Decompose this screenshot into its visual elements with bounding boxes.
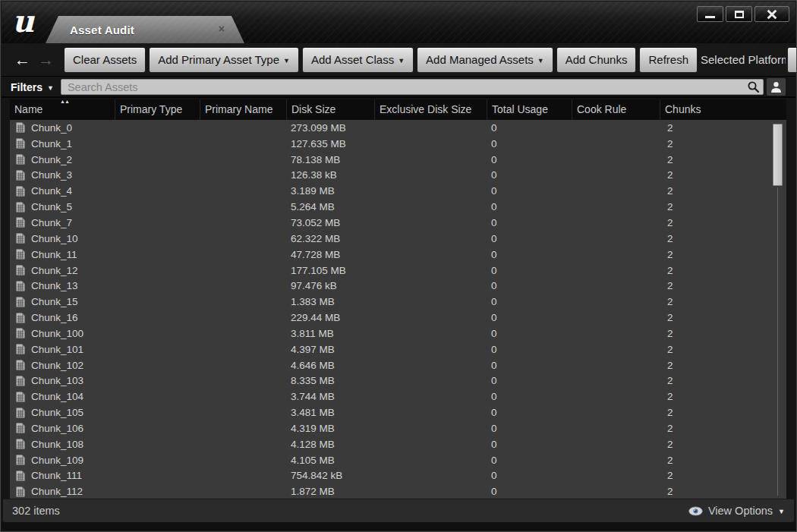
table-row[interactable]: Chunk_0 273.099 MB 0 2	[10, 120, 786, 136]
asset-name: Chunk_1	[31, 138, 72, 150]
search-input[interactable]	[61, 79, 764, 95]
table-row[interactable]: Chunk_3 126.38 kB 0 2	[10, 168, 786, 184]
asset-name: Chunk_0	[31, 122, 72, 134]
unreal-engine-logo-icon: u	[12, 3, 34, 39]
user-filter-button[interactable]	[767, 78, 786, 96]
filter-bar: Filters ▼	[2, 77, 795, 98]
header-total-usage[interactable]: Total Usage	[487, 99, 572, 120]
total-usage-value: 0	[487, 296, 572, 307]
asset-data-table-icon	[16, 439, 25, 449]
asset-data-table-icon	[16, 471, 25, 481]
header-chunks[interactable]: Chunks	[660, 99, 786, 120]
asset-name: Chunk_111	[31, 470, 82, 481]
table-row[interactable]: Chunk_13 97.476 kB 0 2	[10, 278, 786, 294]
table-row[interactable]: Chunk_109 4.105 MB 0 2	[10, 452, 786, 468]
asset-table: Name Primary Type Primary Name Disk Size…	[10, 99, 786, 499]
person-icon	[770, 81, 782, 93]
asset-table-body: Chunk_0 273.099 MB 0 2 Chunk_1 127.	[10, 120, 786, 500]
header-disk-size[interactable]: Disk Size	[286, 99, 374, 120]
table-row[interactable]: Chunk_112 1.872 MB 0 2	[10, 483, 786, 499]
total-usage-value: 0	[487, 201, 572, 212]
asset-name: Chunk_100	[31, 328, 83, 339]
asset-data-table-icon	[16, 297, 25, 307]
add-primary-asset-type-dropdown[interactable]: Add Primary Asset Type▼	[149, 47, 299, 73]
filters-dropdown[interactable]: Filters ▼	[11, 81, 54, 93]
table-row[interactable]: Chunk_10 62.322 MB 0 2	[10, 231, 786, 247]
chunks-value: 2	[660, 138, 786, 150]
refresh-button[interactable]: Refresh	[639, 47, 698, 73]
maximize-button[interactable]	[726, 6, 752, 22]
table-row[interactable]: Chunk_100 3.811 MB 0 2	[10, 326, 786, 342]
disk-size-value: 73.052 MB	[286, 217, 374, 228]
eye-icon	[688, 506, 703, 516]
total-usage-value: 0	[487, 407, 572, 418]
close-button[interactable]	[754, 6, 789, 22]
table-row[interactable]: Chunk_2 78.138 MB 0 2	[10, 152, 786, 168]
view-options-dropdown[interactable]: View Options ▼	[688, 505, 785, 517]
table-row[interactable]: Chunk_103 8.335 MB 0 2	[10, 373, 786, 389]
table-row[interactable]: Chunk_15 1.383 MB 0 2	[10, 294, 786, 310]
table-row[interactable]: Chunk_106 4.319 MB 0 2	[10, 420, 786, 436]
table-row[interactable]: Chunk_16 229.44 MB 0 2	[10, 310, 786, 326]
total-usage-value: 0	[487, 328, 572, 339]
disk-size-value: 8.335 MB	[286, 375, 374, 386]
asset-data-table-icon	[16, 313, 25, 323]
tab-close-icon[interactable]: ×	[219, 23, 225, 35]
table-row[interactable]: Chunk_5 5.264 MB 0 2	[10, 199, 786, 215]
chevron-down-icon: ▼	[283, 57, 290, 65]
table-row[interactable]: Chunk_102 4.646 MB 0 2	[10, 357, 786, 373]
asset-data-table-icon	[16, 360, 25, 370]
total-usage-value: 0	[487, 344, 572, 355]
asset-data-table-icon	[16, 265, 25, 275]
asset-data-table-icon	[16, 122, 25, 133]
table-row[interactable]: Chunk_4 3.189 MB 0 2	[10, 183, 786, 199]
scrollbar-track	[777, 187, 778, 496]
asset-data-table-icon	[16, 249, 25, 260]
toolbar: ← → Clear Assets Add Primary Asset Type▼…	[2, 43, 795, 77]
disk-size-value: 4.397 MB	[286, 344, 374, 355]
total-usage-value: 0	[487, 423, 572, 434]
back-button[interactable]: ←	[11, 52, 34, 68]
tab-asset-audit[interactable]: Asset Audit ×	[46, 16, 244, 43]
asset-data-table-icon	[16, 423, 25, 433]
disk-size-value: 126.38 kB	[286, 169, 374, 181]
add-asset-class-dropdown[interactable]: Add Asset Class▼	[302, 47, 414, 73]
asset-name: Chunk_106	[31, 423, 83, 434]
asset-name: Chunk_15	[31, 296, 78, 307]
total-usage-value: 0	[487, 391, 572, 402]
table-row[interactable]: Chunk_11 47.728 MB 0 2	[10, 247, 786, 263]
total-usage-value: 0	[487, 185, 572, 197]
asset-data-table-icon	[16, 186, 25, 197]
header-exclusive-disk-size[interactable]: Exclusive Disk Size	[374, 99, 487, 120]
sort-ascending-icon[interactable]: ▲▲	[60, 99, 69, 104]
forward-button[interactable]: →	[34, 52, 58, 68]
header-cook-rule[interactable]: Cook Rule	[572, 99, 660, 120]
disk-size-value: 3.811 MB	[286, 328, 374, 339]
asset-name: Chunk_112	[31, 486, 83, 497]
disk-size-value: 97.476 kB	[286, 280, 374, 291]
header-primary-type[interactable]: Primary Type	[115, 99, 200, 120]
table-row[interactable]: Chunk_108 4.128 MB 0 2	[10, 436, 786, 452]
asset-name: Chunk_7	[31, 217, 72, 228]
table-row[interactable]: Chunk_104 3.744 MB 0 2	[10, 389, 786, 405]
vertical-scrollbar[interactable]	[773, 122, 783, 496]
clear-assets-button[interactable]: Clear Assets	[64, 47, 146, 73]
chunks-value: 2	[660, 217, 786, 228]
table-row[interactable]: Chunk_7 73.052 MB 0 2	[10, 215, 786, 231]
table-row[interactable]: Chunk_101 4.397 MB 0 2	[10, 342, 786, 357]
table-row[interactable]: Chunk_105 3.481 MB 0 2	[10, 405, 786, 420]
disk-size-value: 229.44 MB	[286, 312, 374, 323]
total-usage-value: 0	[487, 138, 572, 150]
table-row[interactable]: Chunk_12 177.105 MB 0 2	[10, 263, 786, 279]
add-chunks-button[interactable]: Add Chunks	[556, 47, 637, 73]
header-primary-name[interactable]: Primary Name	[200, 99, 286, 120]
scrollbar-thumb[interactable]	[773, 124, 783, 186]
asset-name: Chunk_109	[31, 455, 83, 466]
platform-editor-dropdown[interactable]: Editor▼	[787, 47, 797, 73]
chunks-value: 2	[660, 122, 786, 134]
add-managed-assets-dropdown[interactable]: Add Managed Assets▼	[417, 47, 553, 73]
table-row[interactable]: Chunk_1 127.635 MB 0 2	[10, 136, 786, 152]
table-row[interactable]: Chunk_111 754.842 kB 0 2	[10, 468, 786, 484]
minimize-button[interactable]	[697, 6, 723, 22]
chunks-value: 2	[660, 265, 786, 276]
